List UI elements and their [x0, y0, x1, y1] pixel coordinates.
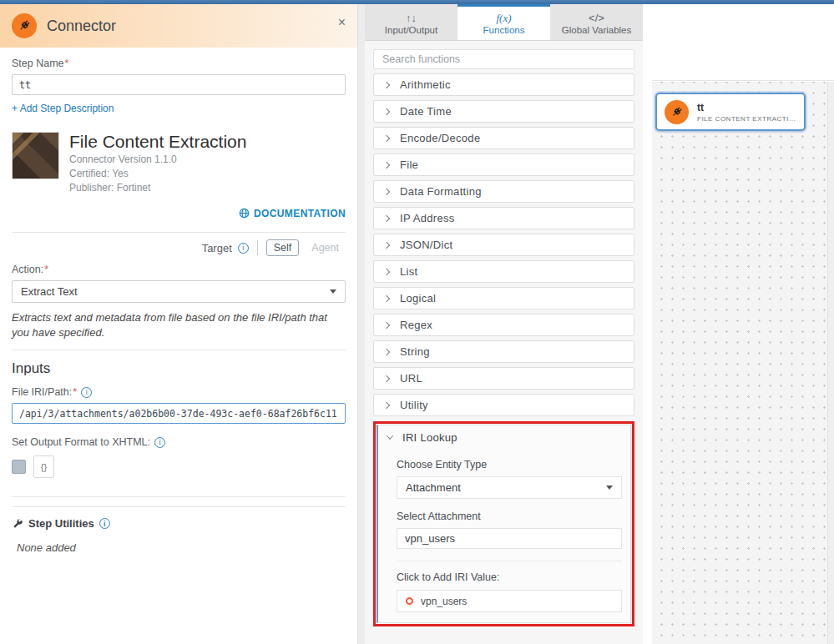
step-name-input[interactable]	[12, 74, 346, 95]
connector-version: Connector Version 1.1.0	[69, 153, 246, 165]
step-utilities-empty-text: None added	[17, 541, 346, 554]
chevron-right-icon	[383, 241, 390, 248]
divider	[12, 350, 346, 350]
xhtml-label: Set Output Format to XHTML:	[12, 436, 150, 448]
iri-lookup-highlight-box: IRI Lookup Choose Entity Type Attachment…	[373, 421, 634, 626]
chevron-right-icon	[383, 214, 390, 221]
iri-value-item[interactable]: vpn_users	[397, 590, 622, 612]
expression-braces-button[interactable]: {}	[33, 455, 54, 478]
divider	[12, 232, 346, 233]
connector-step-panel: Connector × Step Name* + Add Step Descri…	[0, 4, 357, 644]
chevron-right-icon	[383, 294, 390, 301]
step-utilities-label: Step Utilities	[28, 517, 94, 530]
chevron-right-icon	[383, 268, 390, 274]
chevron-right-icon	[383, 401, 390, 408]
divider	[12, 506, 346, 507]
entity-type-label: Choose Entity Type	[397, 459, 622, 470]
target-info-icon[interactable]	[238, 243, 249, 254]
target-agent-button[interactable]: Agent	[305, 240, 346, 255]
node-subtitle: FILE CONTENT EXTRACTION 1...	[697, 115, 796, 123]
xhtml-checkbox[interactable]	[12, 460, 26, 474]
divider	[257, 240, 258, 255]
category-list[interactable]: List	[373, 260, 634, 283]
panel-title: Connector	[47, 18, 116, 35]
panel-header: Connector ×	[0, 4, 357, 48]
globe-icon	[239, 208, 250, 219]
category-string[interactable]: String	[373, 340, 634, 363]
wrench-icon	[12, 518, 23, 530]
chevron-right-icon	[383, 348, 390, 355]
fx-icon: f(x)	[496, 13, 511, 23]
category-utility[interactable]: Utility	[373, 394, 634, 416]
chevron-right-icon	[383, 108, 390, 114]
chevron-down-icon	[606, 486, 613, 490]
chevron-right-icon	[383, 375, 390, 381]
file-iri-info-icon[interactable]	[81, 387, 92, 398]
canvas-scrollbar[interactable]	[827, 82, 834, 644]
connector-thumbnail	[12, 132, 59, 179]
category-iri-lookup-expanded: IRI Lookup Choose Entity Type Attachment…	[377, 425, 631, 623]
canvas-grid[interactable]: tt FILE CONTENT EXTRACTION 1...	[652, 82, 834, 644]
add-step-description-link[interactable]: + Add Step Description	[12, 103, 114, 114]
select-attachment-input[interactable]	[397, 528, 622, 549]
step-utilities-info-icon[interactable]	[99, 518, 110, 529]
category-file[interactable]: File	[373, 153, 634, 176]
category-encode-decode[interactable]: Encode/Decode	[373, 127, 634, 149]
xhtml-info-icon[interactable]	[154, 437, 165, 448]
connector-title: File Content Extraction	[69, 132, 246, 151]
playbook-canvas[interactable]: tt FILE CONTENT EXTRACTION 1...	[652, 4, 834, 644]
left-panel-scrollbar[interactable]	[357, 4, 365, 644]
action-label: Action:*	[12, 264, 346, 275]
chevron-right-icon	[383, 188, 390, 194]
inputs-heading: Inputs	[12, 360, 346, 377]
category-url[interactable]: URL	[373, 367, 634, 390]
category-json-dict[interactable]: JSON/Dict	[373, 234, 634, 256]
connector-publisher: Publisher: Fortinet	[69, 182, 246, 194]
connector-icon	[12, 13, 37, 38]
chevron-down-icon	[387, 432, 393, 439]
entity-type-select[interactable]: Attachment	[397, 476, 622, 499]
tab-functions[interactable]: f(x) Functions	[457, 4, 550, 40]
tab-global-variables[interactable]: </> Global Variables	[550, 4, 643, 40]
canvas-top-strip	[652, 4, 834, 81]
target-label: Target	[202, 242, 232, 254]
chevron-right-icon	[383, 321, 390, 328]
chevron-down-icon	[330, 289, 336, 294]
documentation-link[interactable]: DOCUMENTATION	[239, 208, 346, 219]
category-arithmetic[interactable]: Arithmetic	[373, 73, 634, 96]
category-logical[interactable]: Logical	[373, 287, 634, 309]
step-name-label: Step Name*	[12, 58, 346, 69]
search-functions-input[interactable]	[373, 49, 634, 69]
select-attachment-label: Select Attachment	[397, 511, 622, 522]
file-iri-input[interactable]	[12, 403, 346, 424]
connector-node-icon	[665, 100, 689, 124]
chevron-right-icon	[383, 161, 390, 168]
divider	[12, 496, 346, 497]
file-iri-label: File IRI/Path:*	[12, 386, 77, 398]
record-ring-icon	[406, 597, 413, 605]
category-regex[interactable]: Regex	[373, 314, 634, 336]
chevron-right-icon	[383, 81, 390, 88]
category-iri-lookup-header[interactable]: IRI Lookup	[378, 425, 630, 449]
target-self-button[interactable]: Self	[266, 239, 300, 256]
functions-panel: ↑↓ Input/Output f(x) Functions </> Globa…	[365, 4, 643, 644]
category-ip-address[interactable]: IP Address	[373, 207, 634, 229]
action-description: Extracts text and metadata from file bas…	[12, 310, 341, 340]
close-icon[interactable]: ×	[338, 16, 346, 29]
action-select[interactable]: Extract Text	[12, 280, 346, 303]
add-iri-value-label: Click to Add IRI Value:	[397, 571, 622, 583]
tab-input-output[interactable]: ↑↓ Input/Output	[365, 4, 457, 40]
panel-tabbar: ↑↓ Input/Output f(x) Functions </> Globa…	[365, 4, 643, 41]
connector-certified: Certified: Yes	[69, 168, 246, 179]
playbook-step-node[interactable]: tt FILE CONTENT EXTRACTION 1...	[655, 93, 806, 131]
arrows-up-down-icon: ↑↓	[406, 13, 417, 23]
node-title: tt	[697, 102, 796, 114]
category-data-formatting[interactable]: Data Formatting	[373, 180, 634, 203]
chevron-right-icon	[383, 134, 390, 141]
code-icon: </>	[589, 13, 604, 23]
category-date-time[interactable]: Date Time	[373, 100, 634, 123]
top-accent-bar	[0, 0, 834, 4]
divider	[397, 561, 622, 561]
